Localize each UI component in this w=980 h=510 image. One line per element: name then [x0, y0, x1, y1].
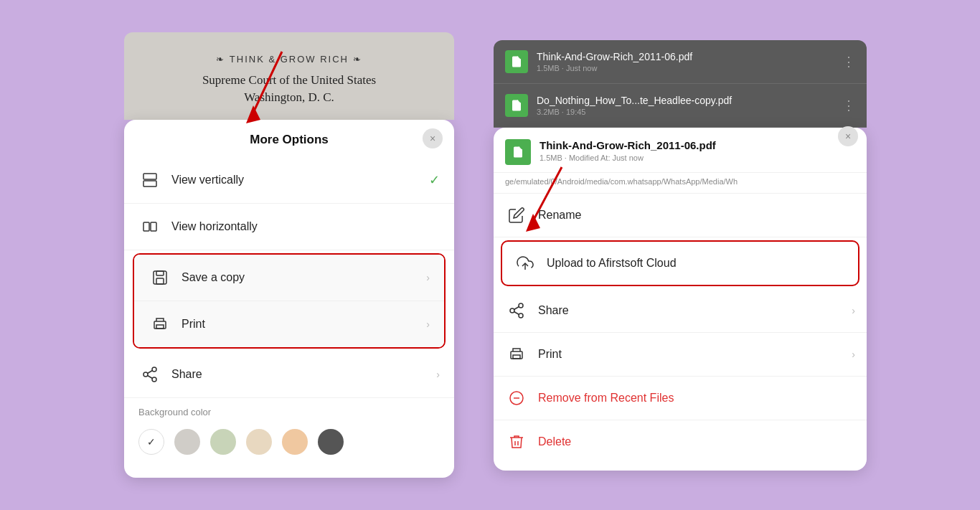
highlighted-save-print: Save a copy › Print › — [133, 253, 446, 349]
delete-label: Delete — [538, 435, 855, 448]
upload-highlighted: Upload to Afirstsoft Cloud — [501, 240, 859, 286]
svg-line-15 — [148, 371, 153, 374]
right-modal: Think-And-Grow-Rich_2011-06.pdf 1.5MB · … — [494, 128, 867, 471]
svg-point-11 — [152, 367, 156, 372]
color-tan[interactable] — [246, 429, 272, 455]
svg-rect-2 — [143, 174, 156, 179]
remove-recent-label: Remove from Recent Files — [538, 392, 855, 405]
print-left-item[interactable]: Print › — [134, 301, 444, 347]
svg-rect-5 — [151, 222, 156, 231]
print-right-label: Print — [538, 348, 852, 361]
delete-icon — [505, 430, 528, 453]
file-name-1: Think-And-Grow-Rich_2011-06.pdf — [537, 51, 842, 62]
share-left-chevron: › — [436, 369, 440, 380]
print-left-chevron: › — [426, 318, 430, 330]
save-copy-icon — [149, 266, 171, 289]
save-copy-chevron: › — [426, 272, 430, 283]
color-white-check: ✓ — [147, 436, 156, 448]
left-panel: ❧ THINK & GROW RICH ❧ Supreme Court of t… — [113, 32, 465, 478]
left-modal-title: More Options — [250, 133, 329, 147]
svg-rect-25 — [513, 355, 520, 359]
delete-item[interactable]: Delete — [494, 420, 867, 463]
svg-point-12 — [143, 372, 148, 377]
rename-icon — [505, 204, 528, 227]
view-horizontal-item[interactable]: View horizontally — [124, 204, 454, 250]
file-info-1: Think-And-Grow-Rich_2011-06.pdf 1.5MB · … — [537, 51, 842, 72]
file-info-2: Do_Nothing_How_To...te_Headlee-copy.pdf … — [537, 95, 842, 116]
share-right-chevron: › — [852, 305, 855, 316]
save-copy-item[interactable]: Save a copy › — [134, 255, 444, 301]
rename-label: Rename — [538, 209, 855, 222]
view-vertical-item[interactable]: View vertically ✓ — [124, 157, 454, 204]
svg-point-13 — [152, 377, 156, 382]
color-white[interactable]: ✓ — [138, 429, 164, 455]
left-modal: More Options × View vertically ✓ Vie — [124, 120, 454, 478]
file-meta-2: 3.2MB · 19:45 — [537, 108, 842, 116]
print-right-item[interactable]: Print › — [494, 333, 867, 377]
svg-rect-3 — [143, 181, 156, 186]
book-subtitle: Supreme Court of the United States Washi… — [138, 72, 440, 106]
save-copy-label: Save a copy — [182, 271, 426, 284]
svg-point-20 — [510, 308, 514, 313]
book-preview: ❧ THINK & GROW RICH ❧ Supreme Court of t… — [124, 32, 454, 121]
share-left-label: Share — [171, 368, 436, 381]
color-green[interactable] — [210, 429, 236, 455]
right-panel: Think-And-Grow-Rich_2011-06.pdf 1.5MB · … — [494, 40, 867, 471]
view-vertical-label: View vertically — [171, 174, 429, 186]
view-vertical-icon — [138, 169, 161, 192]
print-left-icon — [149, 313, 171, 336]
color-peach[interactable] — [282, 429, 308, 455]
svg-line-22 — [514, 311, 519, 314]
file-item-2[interactable]: Do_Nothing_How_To...te_Headlee-copy.pdf … — [494, 84, 867, 128]
svg-rect-7 — [156, 271, 164, 275]
print-right-icon — [505, 343, 528, 366]
right-close-button[interactable]: × — [838, 126, 858, 146]
file-dots-1[interactable]: ⋮ — [842, 54, 855, 70]
svg-rect-10 — [156, 325, 164, 329]
svg-rect-4 — [143, 222, 149, 231]
file-icon-1 — [505, 50, 528, 73]
color-dark[interactable] — [318, 429, 344, 455]
print-right-chevron: › — [852, 349, 855, 360]
right-modal-filemeta: 1.5MB · Modified At: Just now — [540, 154, 716, 162]
svg-line-23 — [514, 306, 519, 309]
upload-item[interactable]: Upload to Afirstsoft Cloud — [502, 242, 858, 285]
file-name-2: Do_Nothing_How_To...te_Headlee-copy.pdf — [537, 95, 842, 106]
view-vertical-check: ✓ — [429, 172, 440, 188]
left-modal-header: More Options × — [124, 120, 454, 157]
rename-item[interactable]: Rename — [494, 194, 867, 237]
share-right-item[interactable]: Share › — [494, 289, 867, 333]
share-left-item[interactable]: Share › — [124, 351, 454, 398]
svg-point-19 — [519, 303, 523, 308]
file-dots-2[interactable]: ⋮ — [842, 98, 855, 113]
recent-files-list: Think-And-Grow-Rich_2011-06.pdf 1.5MB · … — [494, 40, 867, 128]
color-gray[interactable] — [174, 429, 200, 455]
view-horizontal-label: View horizontally — [171, 220, 440, 233]
right-modal-file-icon — [505, 139, 531, 165]
svg-line-14 — [148, 376, 153, 379]
svg-rect-8 — [156, 278, 164, 284]
upload-label: Upload to Afirstsoft Cloud — [547, 257, 847, 270]
share-right-icon — [505, 299, 528, 322]
remove-recent-icon — [505, 387, 528, 410]
remove-recent-item[interactable]: Remove from Recent Files — [494, 377, 867, 420]
book-deco: ❧ THINK & GROW RICH ❧ — [138, 54, 440, 65]
file-meta-1: 1.5MB · Just now — [537, 64, 842, 72]
file-item-1[interactable]: Think-And-Grow-Rich_2011-06.pdf 1.5MB · … — [494, 40, 867, 84]
right-modal-header: Think-And-Grow-Rich_2011-06.pdf 1.5MB · … — [494, 128, 867, 173]
svg-point-21 — [519, 313, 523, 318]
bg-color-section-label: Background color — [124, 398, 454, 423]
share-right-label: Share — [538, 304, 852, 317]
left-close-button[interactable]: × — [423, 128, 443, 148]
svg-rect-6 — [154, 271, 166, 284]
right-modal-file-info: Think-And-Grow-Rich_2011-06.pdf 1.5MB · … — [540, 139, 716, 162]
right-modal-filename: Think-And-Grow-Rich_2011-06.pdf — [540, 139, 716, 151]
print-left-label: Print — [182, 318, 426, 331]
color-picker-row: ✓ — [124, 423, 454, 463]
share-left-icon — [138, 363, 161, 386]
file-icon-2 — [505, 94, 528, 117]
right-modal-filepath: ge/emulated/0/Android/media/com.whatsapp… — [494, 173, 867, 194]
view-horizontal-icon — [138, 215, 161, 238]
upload-icon — [514, 252, 537, 275]
